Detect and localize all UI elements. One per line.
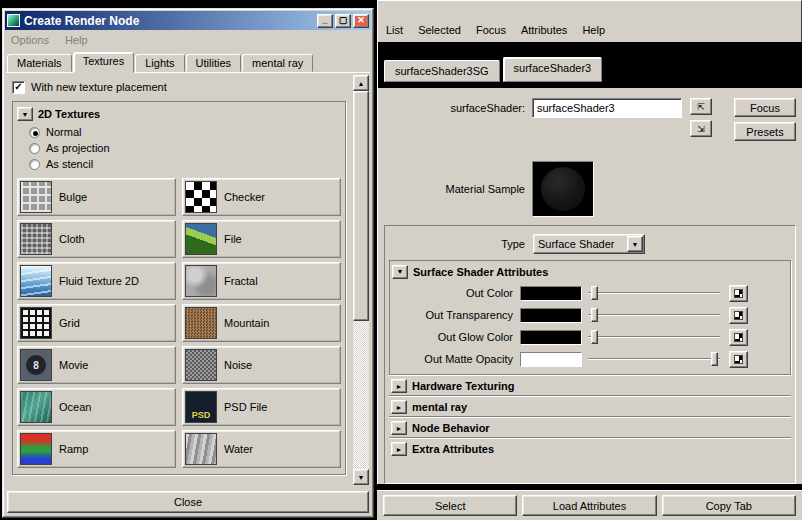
- menu-options[interactable]: Options: [11, 34, 49, 46]
- scroll-up-icon[interactable]: ▲: [353, 75, 369, 91]
- show-output-connection-icon[interactable]: ⇲: [690, 120, 712, 137]
- window-title: Create Render Node: [24, 14, 315, 28]
- attr-row-out-glow-color: Out Glow Color: [390, 326, 790, 348]
- presets-button[interactable]: Presets: [734, 122, 796, 141]
- menu-focus[interactable]: Focus: [476, 24, 506, 36]
- slider-handle[interactable]: [591, 330, 598, 344]
- close-button[interactable]: Close: [7, 491, 369, 513]
- out-color-swatch[interactable]: [520, 286, 582, 301]
- texture-item-ocean[interactable]: Ocean: [17, 388, 176, 426]
- section-node-behavior[interactable]: Node Behavior: [389, 417, 791, 438]
- texture-label: Noise: [224, 359, 252, 371]
- surface-shader-attributes-header[interactable]: Surface Shader Attributes: [390, 261, 790, 282]
- texture-item-ramp[interactable]: Ramp: [17, 430, 176, 468]
- radio-icon[interactable]: [29, 159, 40, 170]
- node-name-input[interactable]: [532, 98, 682, 118]
- radio-as-stencil[interactable]: As stencil: [29, 156, 341, 172]
- texture-item-bulge[interactable]: Bulge: [17, 178, 176, 216]
- tab-materials[interactable]: Materials: [7, 54, 72, 72]
- out-color-slider[interactable]: [588, 285, 720, 301]
- radio-normal[interactable]: Normal: [29, 124, 341, 140]
- section-extra-attributes[interactable]: Extra Attributes: [389, 438, 791, 459]
- slider-groove: [588, 358, 720, 360]
- load-attributes-button[interactable]: Load Attributes: [522, 495, 656, 516]
- texture-item-mountain[interactable]: Mountain: [182, 304, 341, 342]
- map-button[interactable]: [729, 307, 748, 324]
- tab-textures[interactable]: Textures: [73, 52, 135, 73]
- texture-item-water[interactable]: Water: [182, 430, 341, 468]
- texture-item-fluid-2d[interactable]: Fluid Texture 2D: [17, 262, 176, 300]
- texture-category-tabs: Materials Textures Lights Utilities ment…: [3, 50, 373, 72]
- slider-handle[interactable]: [711, 352, 718, 366]
- menu-selected[interactable]: Selected: [418, 24, 461, 36]
- material-sample-swatch[interactable]: [532, 161, 594, 217]
- texture-grid: Bulge Checker Cloth File Fluid Texture 2…: [17, 178, 341, 468]
- slider-handle[interactable]: [591, 286, 598, 300]
- minimize-icon[interactable]: _: [317, 14, 333, 28]
- tab-utilities[interactable]: Utilities: [186, 54, 241, 72]
- texture-item-grid[interactable]: Grid: [17, 304, 176, 342]
- texture-label: Cloth: [59, 233, 85, 245]
- section-hardware-texturing[interactable]: Hardware Texturing: [389, 375, 791, 396]
- radio-icon[interactable]: [29, 143, 40, 154]
- collapse-arrow-icon[interactable]: [17, 107, 33, 121]
- checker-map-icon: [734, 355, 743, 364]
- type-dropdown[interactable]: Surface Shader: [533, 234, 645, 254]
- show-input-connection-icon[interactable]: ⇱: [690, 98, 712, 115]
- scroll-down-icon[interactable]: ▼: [353, 469, 369, 485]
- texture-item-psd-file[interactable]: PSD PSD File: [182, 388, 341, 426]
- map-button[interactable]: [729, 351, 748, 368]
- material-sample-label: Material Sample: [384, 183, 532, 195]
- attribute-editor-menubar: List Selected Focus Attributes Help: [377, 0, 802, 42]
- tab-mental-ray[interactable]: mental ray: [242, 54, 313, 72]
- expand-arrow-icon[interactable]: [391, 379, 407, 393]
- with-new-texture-placement-checkbox[interactable]: [12, 81, 25, 94]
- focus-button[interactable]: Focus: [734, 98, 796, 117]
- radio-icon[interactable]: [29, 127, 40, 138]
- tab-lights[interactable]: Lights: [135, 54, 184, 72]
- out-glow-color-slider[interactable]: [588, 329, 720, 345]
- menu-help[interactable]: Help: [582, 24, 605, 36]
- map-button[interactable]: [729, 285, 748, 302]
- radio-as-projection[interactable]: As projection: [29, 140, 341, 156]
- out-glow-color-swatch[interactable]: [520, 330, 582, 345]
- select-button[interactable]: Select: [383, 495, 517, 516]
- close-row: Close: [3, 487, 373, 517]
- expand-arrow-icon[interactable]: [391, 400, 407, 414]
- menu-attributes[interactable]: Attributes: [521, 24, 567, 36]
- texture-item-cloth[interactable]: Cloth: [17, 220, 176, 258]
- map-button[interactable]: [729, 329, 748, 346]
- out-matte-opacity-slider[interactable]: [588, 351, 720, 367]
- focus-presets-column: Focus Presets: [734, 98, 796, 141]
- type-label: Type: [387, 238, 533, 250]
- out-transparency-swatch[interactable]: [520, 308, 582, 323]
- out-transparency-slider[interactable]: [588, 307, 720, 323]
- tab-surfaceshader3sg[interactable]: surfaceShader3SG: [384, 60, 500, 82]
- tab-surfaceshader3[interactable]: surfaceShader3: [503, 57, 603, 82]
- movie-texture-icon: 8: [20, 349, 52, 381]
- chevron-down-icon: [627, 236, 643, 252]
- copy-tab-button[interactable]: Copy Tab: [662, 495, 796, 516]
- menu-help[interactable]: Help: [65, 34, 88, 46]
- scrollbar-thumb[interactable]: [353, 91, 369, 321]
- texture-item-fractal[interactable]: Fractal: [182, 262, 341, 300]
- section-mental-ray[interactable]: mental ray: [389, 396, 791, 417]
- placement-checkbox-row: With new texture placement: [12, 77, 346, 97]
- menu-list[interactable]: List: [386, 24, 403, 36]
- texture-label: File: [224, 233, 242, 245]
- window-titlebar[interactable]: Create Render Node _ ▢ ✕: [5, 11, 371, 30]
- slider-groove: [588, 292, 720, 294]
- close-icon[interactable]: ✕: [353, 14, 369, 28]
- texture-item-noise[interactable]: Noise: [182, 346, 341, 384]
- collapse-arrow-icon[interactable]: [392, 265, 408, 279]
- attr-row-out-matte-opacity: Out Matte Opacity: [390, 348, 790, 370]
- maximize-icon[interactable]: ▢: [335, 14, 351, 28]
- texture-item-file[interactable]: File: [182, 220, 341, 258]
- expand-arrow-icon[interactable]: [391, 421, 407, 435]
- out-matte-opacity-swatch[interactable]: [520, 352, 582, 367]
- texture-item-movie[interactable]: 8 Movie: [17, 346, 176, 384]
- slider-handle[interactable]: [591, 308, 598, 322]
- texture-item-checker[interactable]: Checker: [182, 178, 341, 216]
- expand-arrow-icon[interactable]: [391, 442, 407, 456]
- texture-list-scrollbar[interactable]: ▲ ▼: [353, 75, 369, 485]
